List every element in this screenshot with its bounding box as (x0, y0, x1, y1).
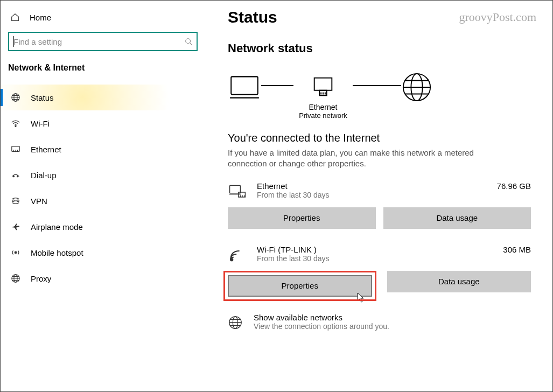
sidebar-item-label: Proxy (31, 274, 51, 283)
svg-rect-13 (314, 78, 332, 90)
svg-point-3 (15, 126, 16, 127)
ethernet-pc-icon (228, 183, 247, 202)
sidebar-item-dialup[interactable]: Dial-up (1, 162, 205, 188)
svg-point-9 (15, 251, 17, 254)
sidebar-item-proxy[interactable]: Proxy (1, 265, 205, 291)
svg-point-5 (13, 176, 14, 177)
network-usage: 76.96 GB (482, 181, 531, 191)
network-period: From the last 30 days (257, 254, 473, 263)
watermark: groovyPost.com (459, 10, 536, 24)
properties-button-wifi[interactable]: Properties (228, 275, 372, 297)
wifi-icon (10, 118, 21, 129)
diagram-connector (353, 85, 401, 86)
globe-icon (10, 273, 21, 284)
available-networks-title: Show available networks (254, 313, 389, 322)
sidebar-item-vpn[interactable]: VPN (1, 188, 205, 214)
search-input-container[interactable] (8, 32, 198, 51)
available-networks-sub: View the connection options around you. (254, 322, 389, 331)
vpn-icon (10, 195, 21, 206)
show-available-networks[interactable]: Show available networks View the connect… (228, 313, 531, 331)
globe-large-icon (401, 72, 432, 121)
connected-heading: You're connected to the Internet (228, 132, 531, 144)
svg-rect-12 (231, 76, 258, 94)
airplane-icon (10, 221, 21, 232)
sidebar: Home Network & Internet Status (1, 1, 205, 391)
sidebar-item-label: Mobile hotspot (31, 248, 83, 257)
highlight-annotation: Properties (223, 271, 376, 301)
network-usage: 306 MB (482, 245, 531, 254)
diagram-mid-sub: Private network (299, 111, 347, 120)
data-usage-button-wifi[interactable]: Data usage (387, 271, 531, 292)
sidebar-item-label: VPN (31, 197, 47, 206)
sidebar-item-ethernet[interactable]: Ethernet (1, 136, 205, 162)
section-subtitle: Network status (228, 41, 531, 55)
globe-icon (10, 92, 21, 103)
network-row-wifi: Wi-Fi (TP-LINK ) From the last 30 days 3… (228, 245, 531, 265)
search-icon (185, 38, 192, 45)
globe-icon (228, 315, 244, 331)
network-period: From the last 30 days (257, 191, 473, 199)
svg-point-19 (230, 258, 233, 261)
svg-point-6 (17, 176, 18, 177)
sidebar-item-hotspot[interactable]: Mobile hotspot (1, 240, 205, 265)
diagram-connector (261, 85, 293, 86)
sidebar-item-label: Ethernet (31, 145, 61, 154)
properties-button-ethernet[interactable]: Properties (228, 207, 376, 229)
section-header: Network & Internet (1, 63, 205, 75)
text-cursor (13, 36, 14, 47)
svg-point-8 (17, 200, 19, 202)
home-icon (10, 12, 20, 22)
hotspot-icon (10, 247, 21, 258)
sidebar-item-label: Wi-Fi (31, 119, 50, 128)
network-name: Ethernet (257, 181, 473, 191)
main-panel: groovyPost.com Status Network status Eth… (205, 1, 552, 391)
sidebar-item-status[interactable]: Status (1, 85, 205, 110)
connected-description: If you have a limited data plan, you can… (228, 148, 475, 170)
dialup-icon (10, 170, 21, 180)
sidebar-item-label: Status (31, 93, 54, 102)
svg-point-0 (186, 39, 191, 44)
diagram-mid-label: Ethernet (309, 103, 338, 111)
sidebar-item-label: Airplane mode (31, 222, 83, 232)
network-name: Wi-Fi (TP-LINK ) (257, 245, 473, 254)
network-row-ethernet: Ethernet From the last 30 days 76.96 GB (228, 181, 531, 202)
pc-icon (228, 71, 261, 122)
wifi-arc-icon (228, 246, 247, 265)
ethernet-icon (10, 144, 21, 155)
sidebar-item-wifi[interactable]: Wi-Fi (1, 110, 205, 136)
network-diagram: Ethernet Private network (228, 71, 531, 122)
home-label: Home (30, 13, 51, 22)
sidebar-item-label: Dial-up (31, 171, 57, 180)
nav-list: Status Wi-Fi Ethernet (1, 75, 205, 291)
svg-point-7 (12, 200, 15, 202)
sidebar-item-airplane[interactable]: Airplane mode (1, 214, 205, 240)
data-usage-button-ethernet[interactable]: Data usage (383, 207, 531, 229)
search-input[interactable] (13, 37, 185, 46)
router-icon: Ethernet Private network (293, 74, 353, 120)
home-nav[interactable]: Home (1, 10, 205, 32)
